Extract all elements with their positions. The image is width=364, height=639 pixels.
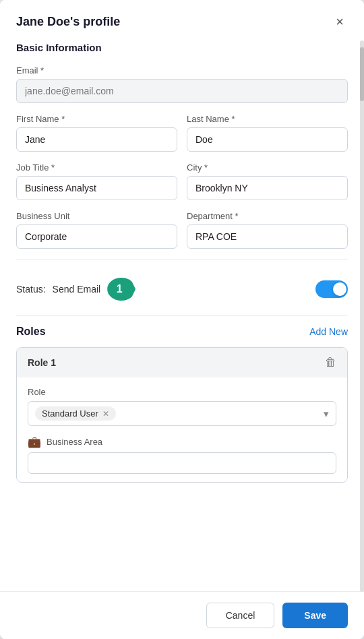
last-name-input[interactable]: [187, 127, 348, 152]
divider-1: [16, 260, 348, 260]
last-name-group: Last Name *: [187, 114, 348, 152]
send-email-label: Send Email: [53, 284, 101, 295]
business-unit-input[interactable]: [16, 224, 177, 249]
status-left: Status: Send Email 1: [16, 278, 135, 301]
last-name-label: Last Name *: [187, 114, 348, 124]
email-input[interactable]: [16, 79, 348, 103]
name-row: First Name * Last Name *: [16, 114, 348, 152]
status-row: Status: Send Email 1: [16, 270, 348, 309]
roles-header: Roles Add New: [16, 326, 348, 338]
department-group: Department *: [187, 211, 348, 249]
department-input[interactable]: [187, 224, 348, 249]
role-card-header: Role 1 🗑: [17, 348, 347, 377]
close-button[interactable]: ×: [332, 13, 348, 30]
business-area-input[interactable]: [28, 452, 336, 474]
email-label: Email *: [16, 65, 348, 75]
cancel-button[interactable]: Cancel: [206, 603, 275, 628]
role-field-label: Role: [28, 387, 336, 397]
role-card-1: Role 1 🗑 Role Standard User ✕ ▾ 💼 Busine…: [16, 347, 348, 483]
role-select[interactable]: Standard User ✕ ▾: [28, 401, 336, 426]
delete-role-button[interactable]: 🗑: [325, 356, 336, 369]
toggle-thumb: [333, 282, 346, 296]
modal-footer: Cancel Save: [0, 591, 364, 639]
job-title-input[interactable]: [16, 176, 177, 200]
divider-2: [16, 315, 348, 316]
job-title-group: Job Title *: [16, 162, 177, 200]
department-label: Department *: [187, 211, 348, 221]
modal-body: Basic Information Email * First Name * L…: [0, 39, 364, 591]
email-toggle[interactable]: [315, 280, 348, 298]
role-tag: Standard User ✕: [35, 406, 116, 421]
add-new-button[interactable]: Add New: [309, 326, 348, 337]
business-area-label: Business Area: [47, 437, 102, 447]
email-group: Email *: [16, 65, 348, 103]
first-name-label: First Name *: [16, 114, 177, 124]
chevron-down-icon: ▾: [324, 408, 329, 420]
city-input[interactable]: [187, 176, 348, 200]
roles-title: Roles: [16, 326, 46, 338]
save-button[interactable]: Save: [282, 603, 348, 628]
status-label: Status:: [16, 284, 46, 295]
role-card-title: Role 1: [28, 357, 56, 368]
scrollbar-thumb[interactable]: [360, 47, 364, 101]
bizunit-dept-row: Business Unit Department *: [16, 211, 348, 249]
briefcase-icon: 💼: [28, 435, 41, 448]
modal-title: Jane Doe's profile: [16, 15, 120, 29]
scrollbar[interactable]: [360, 40, 364, 592]
business-area-row: 💼 Business Area: [28, 435, 336, 448]
modal-header: Jane Doe's profile ×: [0, 0, 364, 39]
city-group: City *: [187, 162, 348, 200]
job-title-label: Job Title *: [16, 162, 177, 173]
role-tag-value: Standard User: [42, 408, 98, 419]
role-card-body: Role Standard User ✕ ▾ 💼 Business Area: [17, 377, 347, 482]
profile-modal: Jane Doe's profile × Basic Information E…: [0, 0, 364, 639]
toggle-track: [315, 280, 348, 298]
business-unit-label: Business Unit: [16, 211, 177, 221]
basic-info-section-title: Basic Information: [16, 42, 348, 53]
first-name-group: First Name *: [16, 114, 177, 152]
business-unit-group: Business Unit: [16, 211, 177, 249]
first-name-input[interactable]: [16, 127, 177, 152]
city-label: City *: [187, 162, 348, 173]
remove-tag-icon[interactable]: ✕: [102, 409, 109, 419]
jobtitle-city-row: Job Title * City *: [16, 162, 348, 200]
status-badge: 1: [107, 278, 135, 301]
